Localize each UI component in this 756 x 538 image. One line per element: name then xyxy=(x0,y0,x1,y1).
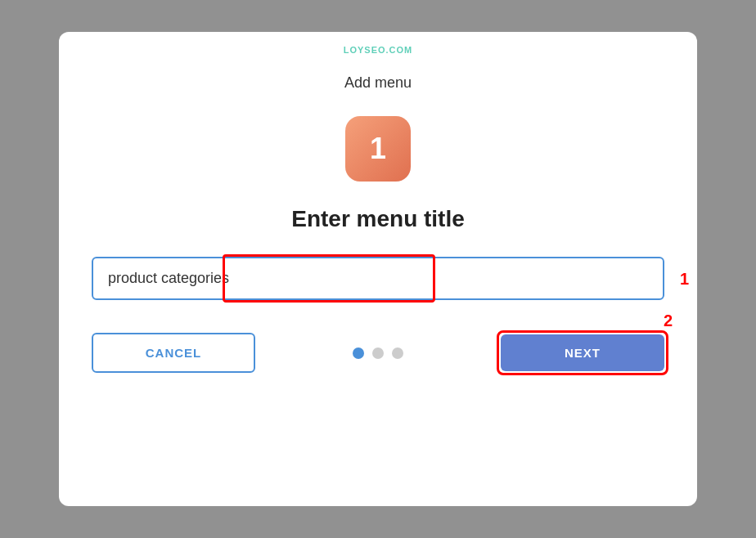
modal-title: Add menu xyxy=(344,74,412,92)
dot-1 xyxy=(353,347,364,359)
annotation-2: 2 xyxy=(664,312,673,330)
step-badge: 1 xyxy=(345,116,411,182)
input-wrapper: 1 xyxy=(92,257,664,300)
dot-2 xyxy=(372,347,384,359)
dot-3 xyxy=(392,347,403,359)
watermark: LOYSEO.COM xyxy=(344,45,413,55)
next-button[interactable]: NEXT xyxy=(501,334,664,371)
footer: CANCEL 2 NEXT xyxy=(92,333,664,373)
cancel-button[interactable]: CANCEL xyxy=(92,333,255,373)
annotation-1: 1 xyxy=(680,269,689,288)
next-wrapper: 2 NEXT xyxy=(501,334,664,371)
menu-title-input[interactable] xyxy=(92,257,664,300)
pagination-dots xyxy=(353,347,403,359)
modal-overlay: LOYSEO.COM Add menu 1 Enter menu title 1… xyxy=(0,0,756,538)
modal-dialog: LOYSEO.COM Add menu 1 Enter menu title 1… xyxy=(59,32,697,506)
section-title: Enter menu title xyxy=(291,206,465,232)
